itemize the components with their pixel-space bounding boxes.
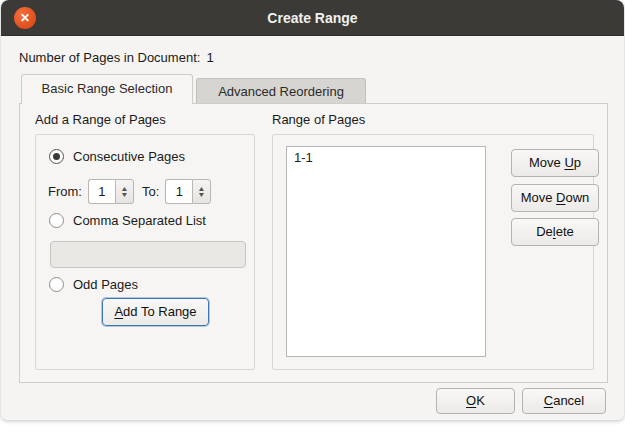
page-count-label: Number of Pages in Document: bbox=[19, 50, 200, 65]
to-spin-arrows[interactable]: ▲ ▼ bbox=[192, 179, 211, 204]
page-count-line: Number of Pages in Document:1 bbox=[19, 50, 214, 65]
add-to-range-button[interactable]: Add To Range bbox=[102, 298, 209, 326]
radio-comma-indicator bbox=[49, 213, 64, 228]
radio-odd-label: Odd Pages bbox=[73, 277, 138, 292]
add-range-group-title: Add a Range of Pages bbox=[35, 112, 166, 127]
page-count-value: 1 bbox=[206, 50, 213, 65]
radio-comma-label: Comma Separated List bbox=[73, 213, 206, 228]
titlebar: ✕ Create Range bbox=[1, 0, 624, 36]
delete-button[interactable]: Delete bbox=[511, 218, 599, 246]
basic-range-panel: Add a Range of Pages Consecutive Pages F… bbox=[19, 103, 608, 383]
from-to-row: From: 1 ▲ ▼ To: 1 ▲ ▼ bbox=[48, 179, 219, 204]
radio-odd-pages[interactable]: Odd Pages bbox=[49, 277, 138, 292]
window-title: Create Range bbox=[1, 0, 624, 36]
range-listbox[interactable]: 1-1 bbox=[286, 146, 486, 357]
tab-advanced-reordering[interactable]: Advanced Reordering bbox=[196, 78, 366, 104]
spin-down-icon[interactable]: ▼ bbox=[198, 192, 206, 198]
spin-down-icon[interactable]: ▼ bbox=[120, 192, 128, 198]
to-label: To: bbox=[142, 184, 159, 199]
move-down-button[interactable]: Move Down bbox=[511, 184, 599, 212]
list-item[interactable]: 1-1 bbox=[287, 147, 485, 168]
range-of-pages-group-title: Range of Pages bbox=[272, 112, 365, 127]
radio-comma-separated-list[interactable]: Comma Separated List bbox=[49, 213, 206, 228]
radio-odd-indicator bbox=[49, 277, 64, 292]
radio-consecutive-pages[interactable]: Consecutive Pages bbox=[49, 149, 185, 164]
add-range-group-frame: Consecutive Pages From: 1 ▲ ▼ To: 1 ▲ ▼ bbox=[35, 134, 255, 370]
tab-basic-range-selection[interactable]: Basic Range Selection bbox=[21, 74, 193, 104]
from-spin-arrows[interactable]: ▲ ▼ bbox=[115, 179, 134, 204]
cancel-button[interactable]: Cancel bbox=[522, 388, 606, 414]
range-of-pages-group-frame: 1-1 Move Up Move Down Delete bbox=[272, 134, 594, 370]
from-label: From: bbox=[48, 184, 82, 199]
to-value[interactable]: 1 bbox=[165, 179, 192, 204]
comma-list-input[interactable] bbox=[50, 241, 246, 268]
ok-button[interactable]: OK bbox=[436, 388, 515, 414]
create-range-dialog: ✕ Create Range Number of Pages in Docume… bbox=[1, 0, 624, 420]
move-up-button[interactable]: Move Up bbox=[511, 149, 599, 177]
to-spinbutton[interactable]: 1 ▲ ▼ bbox=[165, 179, 211, 204]
radio-consecutive-label: Consecutive Pages bbox=[73, 149, 185, 164]
from-spinbutton[interactable]: 1 ▲ ▼ bbox=[88, 179, 134, 204]
radio-consecutive-indicator bbox=[49, 149, 64, 164]
from-value[interactable]: 1 bbox=[88, 179, 115, 204]
